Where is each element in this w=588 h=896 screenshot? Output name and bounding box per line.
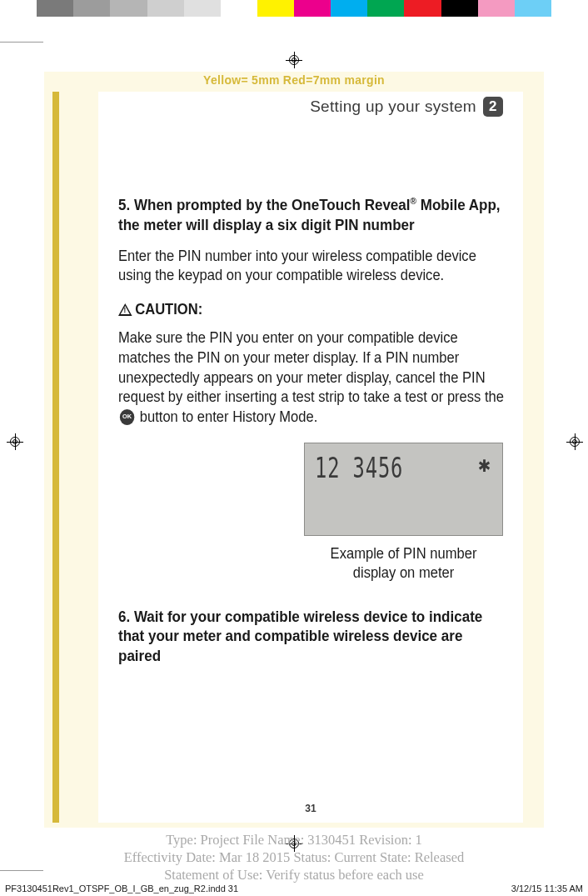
document-metadata: Type: Project File Name: 3130451 Revisio… [44, 831, 544, 883]
meta-line-3: Statement of Use: Verify status before e… [44, 866, 544, 883]
step-5-paragraph: Enter the PIN number into your wireless … [118, 247, 504, 287]
meter-lcd-screen: 12 3456 ✱ [304, 443, 503, 536]
slug-filename: PF3130451Rev1_OTSPF_OB_I_GB_en_zug_R2.in… [5, 883, 238, 893]
meta-line-1: Type: Project File Name: 3130451 Revisio… [44, 831, 544, 848]
page-frame: Yellow= 5mm Red=7mm margin Setting up yo… [44, 72, 544, 828]
section-number-badge: 2 [483, 97, 503, 117]
accent-bar [52, 92, 59, 823]
bluetooth-icon: ✱ [479, 452, 492, 478]
margin-spec-label: Yellow= 5mm Red=7mm margin [44, 72, 544, 90]
registration-mark-icon [286, 52, 302, 68]
ok-button-icon: OK [120, 409, 134, 425]
caution-heading: ! CAUTION: [118, 301, 472, 318]
page-header: Setting up your system 2 [118, 97, 503, 117]
warning-triangle-icon: ! [118, 303, 132, 316]
color-calibration-bar [0, 0, 588, 17]
page-number: 31 [98, 803, 523, 814]
registration-mark-icon [566, 433, 583, 450]
crop-mark [0, 42, 43, 43]
meter-display-figure: 12 3456 ✱ [304, 443, 503, 536]
step-6-heading: 6. Wait for your compatible wireless dev… [118, 607, 504, 666]
pin-number-display: 12 3456 [315, 452, 403, 485]
figure-caption: Example of PIN number display on meter [312, 544, 496, 583]
crop-mark [0, 870, 43, 871]
slug-datetime: 3/12/15 11:35 AM [511, 883, 583, 893]
step-5-heading: 5. When prompted by the OneTouch Reveal®… [118, 195, 504, 235]
registration-mark-icon [7, 433, 23, 450]
print-slug: PF3130451Rev1_OTSPF_OB_I_GB_en_zug_R2.in… [5, 883, 583, 893]
page-content: Setting up your system 2 5. When prompte… [98, 92, 523, 823]
caution-paragraph: Make sure the PIN you enter on your comp… [118, 328, 504, 428]
meta-line-2: Effectivity Date: Mar 18 2015 Status: Cu… [44, 848, 544, 866]
page-title: Setting up your system [310, 98, 476, 116]
